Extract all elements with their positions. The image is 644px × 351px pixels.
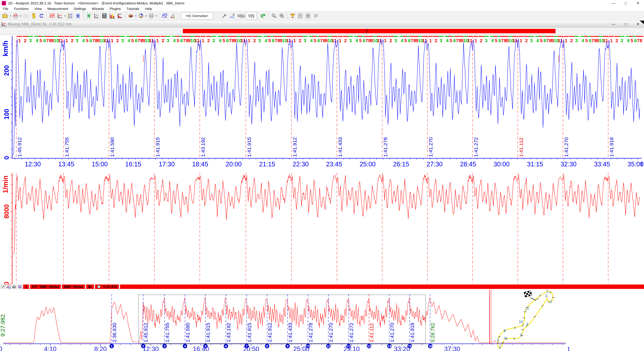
new-measurement-button[interactable] xyxy=(12,12,20,20)
print-button[interactable] xyxy=(148,12,155,20)
svg-text:1:41.918: 1:41.918 xyxy=(410,323,415,343)
menu-tutorials[interactable]: Tutorials xyxy=(124,6,142,11)
expand-icon xyxy=(305,13,311,19)
scatter-chart-icon xyxy=(94,13,100,19)
menu-wizards[interactable]: Wizards xyxy=(89,6,107,11)
svg-text:3: 3 xyxy=(212,38,215,43)
svg-text:1: 1 xyxy=(293,38,296,43)
brick-button-dropdown[interactable]: ▾ xyxy=(134,12,137,20)
svg-text:27:30: 27:30 xyxy=(426,161,442,168)
status-segment-2[interactable]: SBK_Demo xyxy=(62,285,85,289)
vt-button[interactable]: V(t) xyxy=(246,12,256,20)
menu-view[interactable]: View xyxy=(32,6,44,11)
svg-text:1:41.433: 1:41.433 xyxy=(288,323,293,343)
svg-text:7: 7 xyxy=(229,38,232,43)
menu-help[interactable]: Help xyxy=(142,6,155,11)
svg-text:7: 7 xyxy=(92,38,95,43)
cut-x-button[interactable] xyxy=(74,12,82,20)
cut-xy-button[interactable] xyxy=(85,12,93,20)
svg-text:18:45: 18:45 xyxy=(192,161,208,168)
bars-toggle-icon[interactable] xyxy=(12,285,16,289)
measure-button[interactable] xyxy=(228,12,236,20)
lines-button[interactable] xyxy=(312,12,320,20)
brick-button[interactable] xyxy=(127,12,134,20)
svg-text:3: 3 xyxy=(258,38,261,43)
yellow-pages-button[interactable] xyxy=(30,12,38,20)
curve-chart-button[interactable] xyxy=(56,12,64,20)
collapse-button[interactable] xyxy=(296,12,304,20)
svg-text:23:45: 23:45 xyxy=(326,161,342,168)
arrange-windows-button[interactable] xyxy=(161,12,168,20)
mw-maximize-button[interactable]: □ xyxy=(620,21,632,27)
svg-text:16:15: 16:15 xyxy=(125,161,141,168)
svg-text:1: 1 xyxy=(65,38,68,43)
svg-text:1:41.272: 1:41.272 xyxy=(348,323,354,343)
status-segment-0[interactable]: 1 xyxy=(23,285,29,289)
vs-button[interactable]: V(s) xyxy=(236,12,246,20)
gauge-button-dropdown[interactable]: ▾ xyxy=(145,12,148,20)
overview-combo[interactable]: <01 Overview> xyxy=(181,12,213,19)
range-selection-bar[interactable] xyxy=(183,29,556,33)
new-measurement-button-dropdown[interactable]: ▾ xyxy=(20,12,22,20)
grid-chart-button[interactable] xyxy=(48,12,56,20)
svg-text:4: 4 xyxy=(264,38,267,43)
menu-measurement[interactable]: Measurement xyxy=(44,6,71,11)
svg-text:6: 6 xyxy=(318,38,320,43)
menu-file[interactable]: File xyxy=(0,6,11,11)
status-segment-3[interactable]: 8L xyxy=(86,285,94,289)
gauge-button[interactable] xyxy=(137,12,145,20)
curve-chart-button-dropdown[interactable]: ▾ xyxy=(64,12,66,20)
expand-button[interactable] xyxy=(304,12,312,20)
arrange-windows-icon xyxy=(162,13,168,19)
svg-text:8: 8 xyxy=(497,338,499,343)
svg-text:1: 1 xyxy=(339,38,342,43)
curves-toggle-icon[interactable] xyxy=(6,285,11,289)
speed-chart[interactable]: 1234567891011123456789101112345678910111… xyxy=(0,34,644,169)
svg-text:6: 6 xyxy=(504,336,506,341)
svg-text:33:20: 33:20 xyxy=(394,346,410,351)
undo-zoom-button[interactable] xyxy=(259,12,267,20)
pin-toggle-icon[interactable] xyxy=(1,285,5,289)
svg-text:1:43.192: 1:43.192 xyxy=(226,323,231,343)
menu-plugins[interactable]: Plugins xyxy=(107,6,124,11)
minimize-button[interactable]: — xyxy=(608,0,620,6)
rpm-chart[interactable]: 800001/min xyxy=(0,169,644,284)
zoom-curve-toggle-icon[interactable] xyxy=(18,285,22,289)
svg-text:7: 7 xyxy=(456,38,458,43)
mw-minimize-button[interactable]: — xyxy=(608,21,620,27)
svg-text:2: 2 xyxy=(162,38,164,43)
menu-functions[interactable]: Functions xyxy=(11,6,32,11)
print-icon xyxy=(148,13,154,19)
menu-settings[interactable]: Settings xyxy=(71,6,89,11)
best-lap-button[interactable] xyxy=(289,12,296,20)
svg-text:1:41.918: 1:41.918 xyxy=(609,137,614,157)
gauge-icon xyxy=(138,13,144,19)
open-file-button[interactable] xyxy=(1,12,9,20)
scatter-chart-button[interactable] xyxy=(93,12,100,20)
svg-text:5: 5 xyxy=(585,38,588,43)
calculator-button[interactable] xyxy=(100,12,108,20)
zoom-range-button[interactable] xyxy=(278,12,286,20)
svg-text:3: 3 xyxy=(545,294,548,298)
reload-button[interactable] xyxy=(38,12,45,20)
moving-window-titlebar[interactable]: Moving SBK_Demo 8L: 1:41.912 min — □ ✕ xyxy=(0,20,644,28)
svg-text:25:00: 25:00 xyxy=(360,161,376,168)
svg-text:1:43.192: 1:43.192 xyxy=(200,137,206,157)
print-button-dropdown[interactable]: ▾ xyxy=(155,12,158,20)
histogram-button[interactable] xyxy=(108,12,116,20)
measure-icon xyxy=(229,13,235,19)
svg-text:6: 6 xyxy=(272,38,274,43)
svg-text:7: 7 xyxy=(366,38,368,43)
edit-settings-button[interactable] xyxy=(168,12,176,20)
pin-button[interactable] xyxy=(220,12,228,20)
close-button[interactable]: ✕ xyxy=(632,0,644,6)
fft-button[interactable]: FFT xyxy=(116,12,124,20)
status-segment-1[interactable]: KIT_SBK_Demo xyxy=(30,285,61,289)
maximize-button[interactable]: □ xyxy=(620,0,632,6)
open-file-button-dropdown[interactable]: ▾ xyxy=(9,12,12,20)
wave-window-button[interactable] xyxy=(22,12,30,20)
svg-text:4: 4 xyxy=(536,38,539,43)
svg-text:7: 7 xyxy=(183,38,186,43)
zoom-out-button[interactable] xyxy=(270,12,278,20)
channel-list-button[interactable] xyxy=(66,12,74,20)
